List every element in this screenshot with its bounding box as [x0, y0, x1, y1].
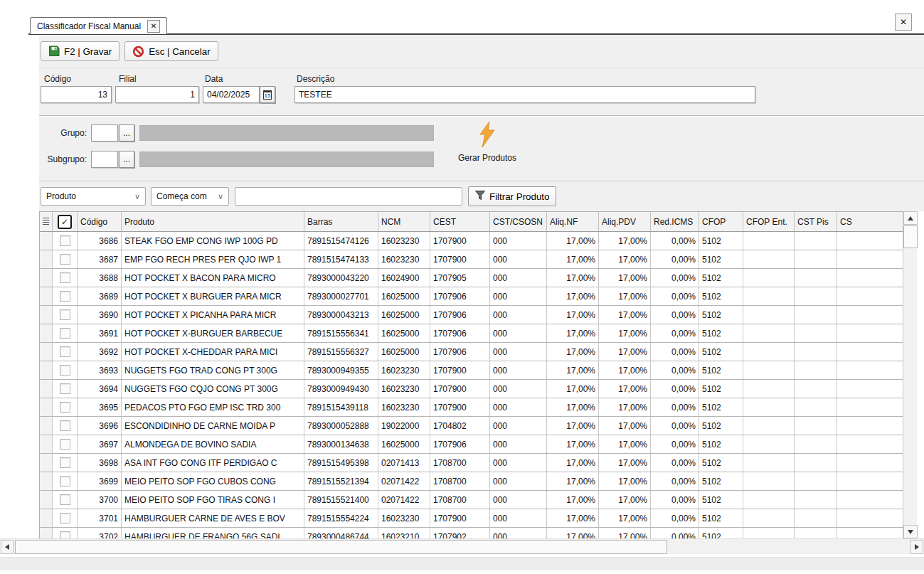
- cell-aliq-pdv[interactable]: 17,00%: [599, 324, 651, 342]
- cell-cfop[interactable]: 5102: [699, 417, 743, 435]
- cell-ncm[interactable]: 16023230: [378, 380, 430, 398]
- cell-cst-csosn[interactable]: 000: [490, 435, 547, 453]
- cell-red-icms[interactable]: 0,00%: [651, 509, 699, 527]
- cell-aliq-nf[interactable]: 17,00%: [547, 417, 599, 435]
- filial-field[interactable]: 1: [115, 86, 199, 103]
- cell-cs[interactable]: [837, 472, 903, 490]
- row-checkbox-cell[interactable]: [53, 361, 78, 379]
- cell-barras[interactable]: 7891515439118: [304, 398, 378, 416]
- cell-aliq-nf[interactable]: 17,00%: [547, 306, 599, 324]
- cell-codigo[interactable]: 3690: [78, 306, 122, 324]
- cell-aliq-nf[interactable]: 17,00%: [547, 509, 599, 527]
- cell-red-icms[interactable]: 0,00%: [651, 491, 699, 509]
- cell-codigo[interactable]: 3694: [78, 380, 122, 398]
- cell-produto[interactable]: HOT POCKET X BURGUER PARA MICR: [122, 287, 304, 305]
- codigo-field[interactable]: 13: [41, 86, 112, 103]
- cell-cest[interactable]: 1707900: [430, 509, 490, 527]
- row-checkbox-cell[interactable]: [53, 269, 78, 287]
- cell-barras[interactable]: 7893000949355: [304, 361, 378, 379]
- cell-ncm[interactable]: 16023230: [378, 509, 430, 527]
- row-checkbox[interactable]: [60, 254, 70, 265]
- cell-cfop[interactable]: 5102: [699, 250, 743, 268]
- table-row[interactable]: 3698ASA INT FGO CONG ITF PERDIGAO C78915…: [40, 454, 917, 472]
- cell-cfop-ent[interactable]: [743, 398, 795, 416]
- cell-cfop[interactable]: 5102: [699, 398, 743, 416]
- cell-cfop-ent[interactable]: [743, 250, 795, 268]
- cell-aliq-nf[interactable]: 17,00%: [547, 250, 599, 268]
- cell-produto[interactable]: MEIO PEITO SOP FGO TIRAS CONG I: [122, 491, 304, 509]
- cell-cest[interactable]: 1707900: [430, 250, 490, 268]
- table-row[interactable]: 3690HOT POCKET X PICANHA PARA MICR789300…: [40, 306, 917, 324]
- cell-cs[interactable]: [837, 343, 903, 361]
- column-header-produto[interactable]: Produto: [122, 212, 304, 231]
- row-checkbox-cell[interactable]: [53, 287, 78, 305]
- cell-cst-csosn[interactable]: 000: [490, 380, 547, 398]
- cell-cst-pis[interactable]: [795, 380, 837, 398]
- data-field[interactable]: 04/02/2025: [203, 86, 260, 103]
- cell-ncm[interactable]: 16023230: [378, 361, 430, 379]
- cell-red-icms[interactable]: 0,00%: [651, 250, 699, 268]
- cell-cfop-ent[interactable]: [743, 417, 795, 435]
- cell-ncm[interactable]: 16023230: [378, 398, 430, 416]
- row-checkbox[interactable]: [60, 365, 70, 376]
- cell-cest[interactable]: 1708700: [430, 472, 490, 490]
- cell-barras[interactable]: 7891515556341: [304, 324, 378, 342]
- save-button[interactable]: F2 | Gravar: [41, 41, 120, 61]
- cell-cfop-ent[interactable]: [743, 435, 795, 453]
- column-header-cest[interactable]: CEST: [430, 212, 490, 231]
- cell-ncm[interactable]: 16025000: [378, 435, 430, 453]
- cell-cest[interactable]: 1707906: [430, 343, 490, 361]
- cell-cst-csosn[interactable]: 000: [490, 250, 547, 268]
- cell-codigo[interactable]: 3687: [78, 250, 122, 268]
- cell-cfop[interactable]: 5102: [699, 491, 743, 509]
- cell-aliq-pdv[interactable]: 17,00%: [599, 491, 651, 509]
- cell-cst-pis[interactable]: [795, 324, 837, 342]
- cell-produto[interactable]: EMP FGO RECH PRES PER QJO IWP 1: [122, 250, 304, 268]
- cell-produto[interactable]: MEIO PEITO SOP FGO CUBOS CONG: [122, 472, 304, 490]
- cell-cfop-ent[interactable]: [743, 509, 795, 527]
- cell-ncm[interactable]: 16023230: [378, 250, 430, 268]
- cell-cest[interactable]: 1704802: [430, 417, 490, 435]
- row-checkbox[interactable]: [60, 328, 70, 339]
- cell-produto[interactable]: ESCONDIDINHO DE CARNE MOIDA P: [122, 417, 304, 435]
- cell-barras[interactable]: 7891515521400: [304, 491, 378, 509]
- cell-cfop-ent[interactable]: [743, 269, 795, 287]
- cell-cst-csosn[interactable]: 000: [490, 324, 547, 342]
- cell-cfop[interactable]: 5102: [699, 380, 743, 398]
- horizontal-scrollbar[interactable]: [0, 538, 924, 554]
- row-checkbox-cell[interactable]: [53, 472, 78, 490]
- cell-cs[interactable]: [837, 361, 903, 379]
- cell-produto[interactable]: STEAK FGO EMP CONG IWP 100G PD: [122, 232, 304, 250]
- cell-cs[interactable]: [837, 491, 903, 509]
- column-header-red-icms[interactable]: Red.ICMS: [651, 212, 699, 231]
- cell-barras[interactable]: 7893000949430: [304, 380, 378, 398]
- cell-barras[interactable]: 7893000043213: [304, 306, 378, 324]
- cell-cfop[interactable]: 5102: [699, 454, 743, 472]
- cell-aliq-nf[interactable]: 17,00%: [547, 269, 599, 287]
- cell-aliq-nf[interactable]: 17,00%: [547, 435, 599, 453]
- scroll-up-button[interactable]: [903, 211, 918, 225]
- table-row[interactable]: 3695PEDACOS PTO FGO EMP ISC TRD 30078915…: [40, 398, 917, 417]
- row-checkbox-cell[interactable]: [53, 435, 78, 453]
- row-checkbox[interactable]: [60, 402, 70, 413]
- horizontal-scroll-thumb[interactable]: [15, 540, 667, 554]
- cell-cfop[interactable]: 5102: [699, 306, 743, 324]
- vertical-scrollbar[interactable]: [903, 211, 917, 538]
- cell-codigo[interactable]: 3688: [78, 269, 122, 287]
- cell-aliq-pdv[interactable]: 17,00%: [599, 380, 651, 398]
- cell-cst-pis[interactable]: [795, 232, 837, 250]
- cell-produto[interactable]: HOT POCKET X-CHEDDAR PARA MICI: [122, 343, 304, 361]
- row-checkbox-cell[interactable]: [53, 250, 78, 268]
- cell-cst-csosn[interactable]: 000: [490, 306, 547, 324]
- calendar-button[interactable]: 15: [260, 86, 275, 103]
- cell-barras[interactable]: 7891515474133: [304, 250, 378, 268]
- cell-codigo[interactable]: 3697: [78, 435, 122, 453]
- select-all-header[interactable]: ✓: [53, 212, 78, 231]
- filter-field-select[interactable]: Produto ∨: [41, 187, 146, 206]
- cell-cs[interactable]: [837, 287, 903, 305]
- row-checkbox-cell[interactable]: [53, 417, 78, 435]
- cell-cest[interactable]: 1707906: [430, 306, 490, 324]
- cell-cs[interactable]: [837, 306, 903, 324]
- cell-cst-csosn[interactable]: 000: [490, 343, 547, 361]
- column-header-cst-pis[interactable]: CST Pis: [795, 212, 837, 231]
